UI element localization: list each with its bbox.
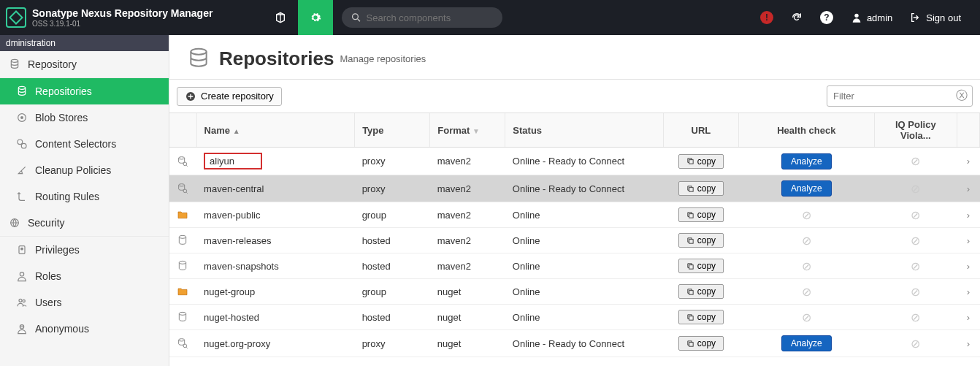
na-icon: ⊘ [911, 155, 920, 167]
col-iq[interactable]: IQ Policy Viola... [874, 113, 957, 148]
chevron-right-icon[interactable]: › [967, 156, 970, 167]
nexus-logo-icon [6, 7, 26, 28]
search-input[interactable] [367, 12, 494, 23]
table-row[interactable]: aliyun proxy maven2 Online - Ready to Co… [169, 148, 980, 175]
search-box[interactable] [342, 7, 502, 28]
repo-type: proxy [355, 175, 430, 202]
sidebar-item-users[interactable]: Users [0, 289, 169, 316]
table-row[interactable]: maven-central proxy maven2 Online - Read… [169, 175, 980, 202]
repo-status: Online [505, 253, 664, 279]
sidebar-group-repository[interactable]: Repository [0, 51, 169, 78]
col-status[interactable]: Status [505, 113, 664, 148]
copy-icon [686, 313, 694, 321]
create-repository-button[interactable]: Create repository [177, 87, 282, 106]
globe-icon [9, 217, 20, 229]
repo-status: Online [505, 279, 664, 305]
copy-url-button[interactable]: copy [678, 336, 724, 351]
svg-point-20 [179, 184, 185, 186]
sidebar-item-content selectors[interactable]: Content Selectors [0, 131, 169, 157]
copy-url-button[interactable]: copy [678, 207, 724, 222]
svg-point-29 [179, 313, 185, 316]
sidebar-item-anonymous[interactable]: Anonymous [0, 316, 169, 342]
sidebar-item-label: Users [35, 297, 62, 308]
na-icon: ⊘ [802, 209, 811, 221]
table-row[interactable]: maven-snapshots hosted maven2 Online cop… [169, 253, 980, 279]
repo-hosted-icon [177, 260, 188, 272]
repo-status: Online [505, 305, 664, 330]
chevron-right-icon[interactable]: › [967, 312, 970, 323]
sidebar-item-label: Content Selectors [35, 138, 116, 150]
chevron-down-icon[interactable]: ▼ [472, 127, 480, 135]
sidebar-item-cleanup policies[interactable]: Cleanup Policies [0, 157, 169, 183]
help-icon[interactable]: ? [813, 11, 841, 24]
chevron-right-icon[interactable]: › [967, 338, 970, 349]
col-url[interactable]: URL [663, 113, 738, 148]
svg-point-31 [179, 339, 185, 341]
create-label: Create repository [201, 91, 274, 102]
svg-point-3 [18, 86, 25, 89]
route-icon [16, 191, 28, 202]
repo-format: maven2 [430, 202, 505, 228]
na-icon: ⊘ [911, 338, 920, 350]
copy-icon [686, 211, 694, 219]
copy-url-button[interactable]: copy [678, 310, 724, 324]
na-icon: ⊘ [802, 235, 811, 247]
sidebar-group-security[interactable]: Security [0, 210, 169, 237]
repo-format: nuget [430, 330, 505, 357]
copy-url-button[interactable]: copy [678, 181, 724, 196]
col-health[interactable]: Health check [739, 113, 875, 148]
repo-type: hosted [355, 228, 430, 253]
sidebar-item-roles[interactable]: Roles [0, 263, 169, 289]
copy-url-button[interactable]: copy [678, 154, 724, 169]
copy-icon [686, 340, 694, 348]
clear-filter-icon[interactable]: ⓧ [956, 88, 968, 104]
repo-format: nuget [430, 305, 505, 330]
svg-point-12 [19, 299, 22, 302]
analyze-button[interactable]: Analyze [781, 180, 832, 197]
copy-url-button[interactable]: copy [678, 284, 724, 299]
sidebar-item-privileges[interactable]: Privileges [0, 237, 169, 263]
sidebar-item-blob stores[interactable]: Blob Stores [0, 104, 169, 131]
col-type[interactable]: Type [355, 113, 430, 148]
page-title: Repositories [219, 47, 334, 70]
copy-icon [686, 157, 694, 165]
table-row[interactable]: nuget-hosted hosted nuget Online copy ⊘ … [169, 305, 980, 330]
user-menu[interactable]: admin [843, 12, 900, 23]
analyze-button[interactable]: Analyze [781, 335, 832, 351]
filter-input[interactable] [833, 91, 956, 102]
col-name[interactable]: Name ▲ [196, 113, 355, 148]
signout-button[interactable]: Sign out [903, 12, 968, 23]
filter-box[interactable]: ⓧ [827, 85, 973, 107]
table-row[interactable]: nuget-group group nuget Online copy ⊘ ⊘ … [169, 279, 980, 305]
chevron-right-icon[interactable]: › [967, 286, 970, 297]
repo-hosted-icon [177, 235, 188, 246]
plus-icon [185, 91, 196, 102]
chevron-right-icon[interactable]: › [967, 235, 970, 246]
na-icon: ⊘ [911, 286, 920, 298]
table-row[interactable]: nuget.org-proxy proxy nuget Online - Rea… [169, 330, 980, 357]
copy-url-button[interactable]: copy [678, 259, 724, 273]
copy-icon [686, 262, 694, 270]
repo-name: maven-central [196, 175, 355, 202]
repo-format: nuget [430, 279, 505, 305]
svg-rect-28 [689, 290, 693, 294]
table-row[interactable]: maven-releases hosted maven2 Online copy… [169, 228, 980, 253]
analyze-button[interactable]: Analyze [781, 153, 832, 169]
table-row[interactable]: maven-public group maven2 Online copy ⊘ … [169, 202, 980, 228]
copy-url-button[interactable]: copy [678, 233, 724, 248]
refresh-icon[interactable] [784, 12, 810, 23]
copy-icon [686, 288, 694, 296]
chevron-right-icon[interactable]: › [967, 261, 970, 272]
db-icon [16, 85, 28, 97]
chevron-right-icon[interactable]: › [967, 210, 970, 221]
repo-status: Online - Ready to Connect [505, 148, 664, 175]
col-format[interactable]: Format ▼ [430, 113, 505, 148]
admin-mode-icon[interactable] [298, 0, 333, 35]
na-icon: ⊘ [911, 209, 920, 221]
chevron-right-icon[interactable]: › [967, 183, 970, 194]
sidebar-item-repositories[interactable]: Repositories [0, 78, 169, 104]
sidebar-item-label: Cleanup Policies [35, 164, 111, 176]
alert-icon[interactable]: ! [753, 11, 781, 24]
sidebar-item-routing rules[interactable]: Routing Rules [0, 183, 169, 210]
browse-mode-icon[interactable] [263, 0, 298, 35]
